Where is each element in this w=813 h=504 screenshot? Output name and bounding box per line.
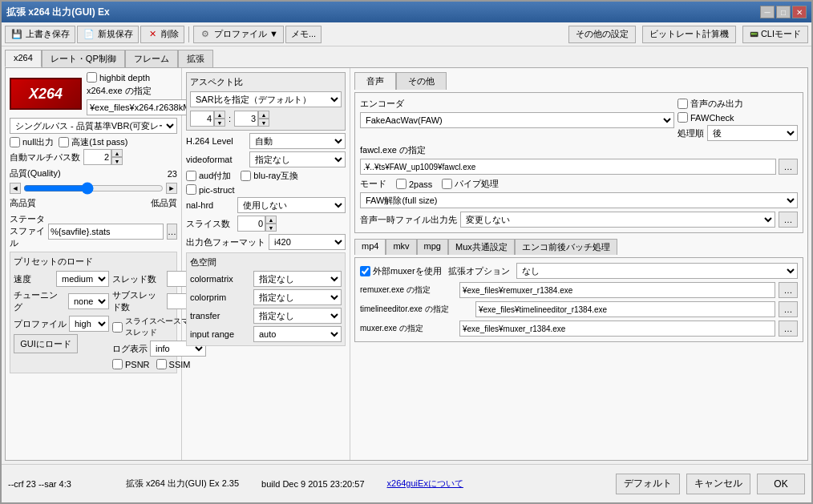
output-fmt-select[interactable]: i420 (269, 234, 346, 250)
muxer-input[interactable]: ¥exe_files¥muxer_r1384.exe (459, 321, 775, 337)
memo-button[interactable]: メモ... (285, 26, 322, 43)
mux-tab-mpg[interactable]: mpg (417, 239, 448, 255)
toolbar: 💾 上書き保存 📄 新規保存 ✕ 削除 ⚙ プロファイル ▼ メモ... その他… (2, 22, 811, 46)
audio-only-checkbox[interactable] (678, 99, 688, 109)
fawcl-browse-button[interactable]: … (779, 159, 798, 175)
twopass-checkbox[interactable] (396, 179, 406, 189)
temp-file-select[interactable]: 変更しない (460, 212, 775, 228)
header-right: その他の設定 ビットレート計算機 📟 CLIモード (568, 26, 808, 43)
auto-multi-up[interactable]: ▲ (111, 149, 123, 157)
timeline-browse[interactable]: … (779, 301, 798, 317)
slice-down[interactable]: ▼ (265, 224, 277, 232)
nal-hrd-select[interactable]: 使用しない (237, 197, 346, 213)
profile-select[interactable]: high (69, 316, 109, 332)
psnr-checkbox[interactable] (112, 359, 123, 369)
tab-extended[interactable]: 拡張 (178, 50, 213, 67)
slice-input[interactable] (237, 216, 265, 232)
muxer-browse[interactable]: … (779, 321, 798, 337)
h264-level-select[interactable]: 自動 (249, 133, 346, 149)
encoder-select[interactable]: FakeAacWav(FAW) (360, 112, 674, 128)
cli-mode-button[interactable]: 📟 CLIモード (742, 26, 808, 43)
speed-row: 速度 medium (14, 271, 109, 287)
default-button[interactable]: デフォルト (616, 474, 680, 494)
save-button[interactable]: 💾 上書き保存 (5, 26, 75, 43)
timeline-input[interactable]: ¥exe_files¥timelineeditor_r1384.exe (475, 301, 775, 317)
close-button[interactable]: ✕ (792, 6, 807, 18)
output-fmt-label: 出力色フォーマット (186, 236, 265, 248)
mux-tab-mp4[interactable]: mp4 (354, 239, 386, 255)
videoformat-row: videoformat 指定なし (186, 151, 346, 167)
ssim-checkbox[interactable] (156, 359, 167, 369)
status-file-row: ステータスファイル %{savfile}.stats … (10, 213, 177, 249)
transfer-select[interactable]: 指定なし (253, 308, 342, 324)
ext-option-select[interactable]: なし (516, 263, 798, 279)
fast-label: 高速(1st pass) (71, 136, 127, 148)
temp-file-browse[interactable]: … (779, 212, 798, 228)
new-save-button[interactable]: 📄 新規保存 (77, 26, 139, 43)
aud-checkbox[interactable] (186, 171, 196, 181)
quality-right-arrow[interactable]: ► (166, 183, 177, 194)
ratio-2-input[interactable]: 3 (234, 111, 258, 127)
colormatrix-select[interactable]: 指定なし (253, 271, 342, 287)
tab-x264[interactable]: x264 (5, 50, 42, 67)
remuxer-input[interactable]: ¥exe_files¥remuxer_r1384.exe (459, 282, 775, 298)
colorprim-select[interactable]: 指定なし (253, 289, 342, 305)
mux-tab-mkv[interactable]: mkv (386, 239, 416, 255)
ratio-1-up[interactable]: ▲ (214, 111, 225, 119)
gui-load-button[interactable]: GUIにロード (14, 334, 78, 353)
highbit-checkbox[interactable] (87, 72, 97, 83)
audio-tab[interactable]: 音声 (354, 72, 396, 90)
auto-multi-spin-buttons: ▲ ▼ (111, 149, 123, 165)
ratio-1-input[interactable]: 4 (190, 111, 214, 127)
slice-space-checkbox[interactable] (112, 322, 123, 333)
slice-up[interactable]: ▲ (265, 216, 277, 224)
other-settings-button[interactable]: その他の設定 (568, 26, 636, 43)
pic-struct-checkbox[interactable] (186, 184, 196, 195)
speed-select[interactable]: medium (56, 271, 109, 287)
status-file-input[interactable]: %{savfile}.stats (48, 224, 164, 240)
other-tab[interactable]: その他 (396, 72, 447, 90)
pipe-checkbox[interactable] (442, 179, 452, 189)
quality-left-arrow[interactable]: ◄ (10, 183, 21, 194)
tab-rate-qp[interactable]: レート・QP制御 (42, 50, 125, 67)
tuning-select[interactable]: none (68, 293, 109, 309)
about-link[interactable]: x264guiExについて (387, 478, 463, 490)
high-quality-label: 高品質 (10, 197, 36, 209)
faw-checkbox[interactable] (678, 112, 688, 123)
cancel-button[interactable]: キャンセル (686, 474, 750, 494)
mux-tab-batch[interactable]: エンコ前後バッチ処理 (515, 239, 617, 255)
input-range-select[interactable]: auto (253, 326, 342, 342)
auto-multi-down[interactable]: ▼ (111, 157, 123, 165)
ratio-2-up[interactable]: ▲ (258, 111, 269, 119)
sar-select[interactable]: SAR比を指定（デフォルト） (190, 91, 342, 107)
ratio-values: 4 ▲ ▼ : 3 ▲ ▼ (190, 111, 342, 127)
status-browse-button[interactable]: … (167, 224, 177, 240)
encode-mode-select[interactable]: シングルパス - 品質基準VBR(可変レート) (10, 118, 177, 134)
preset-grid: 速度 medium チューニング none (14, 271, 173, 369)
remuxer-browse[interactable]: … (779, 282, 798, 298)
ext-muxer-checkbox[interactable] (360, 266, 370, 276)
quality-slider[interactable] (23, 182, 164, 195)
faw-mode-select[interactable]: FAW解除(full size) (360, 192, 798, 208)
toolbar-separator (188, 26, 189, 42)
main-window: 拡張 x264 出力(GUI) Ex ─ □ ✕ 💾 上書き保存 📄 新規保存 … (0, 0, 813, 504)
ratio-1-down[interactable]: ▼ (214, 119, 225, 127)
preset-title: プリセットのロード (14, 256, 173, 268)
process-order-select[interactable]: 後 (707, 125, 798, 141)
videoformat-select[interactable]: 指定なし (249, 151, 346, 167)
minimize-button[interactable]: ─ (760, 6, 775, 18)
delete-button[interactable]: ✕ 削除 (140, 26, 184, 43)
null-output-checkbox[interactable] (10, 137, 20, 147)
ok-button[interactable]: OK (757, 474, 805, 494)
ratio-2-down[interactable]: ▼ (258, 119, 269, 127)
profile-button[interactable]: ⚙ プロファイル ▼ (193, 26, 284, 43)
mux-tab-common[interactable]: Mux共通設定 (448, 239, 515, 255)
fawcl-path-input[interactable]: .¥..¥ts¥FAW_up1009¥fawcl.exe (360, 159, 776, 175)
maximize-button[interactable]: □ (776, 6, 791, 18)
fast-checkbox[interactable] (59, 137, 69, 147)
tab-frame[interactable]: フレーム (125, 50, 178, 67)
audio-content: エンコーダ FakeAacWav(FAW) 音声のみ出力 (354, 92, 803, 233)
bluray-checkbox[interactable] (241, 171, 251, 181)
auto-multi-input[interactable] (83, 149, 111, 165)
bitrate-calc-button[interactable]: ビットレート計算機 (642, 26, 736, 43)
